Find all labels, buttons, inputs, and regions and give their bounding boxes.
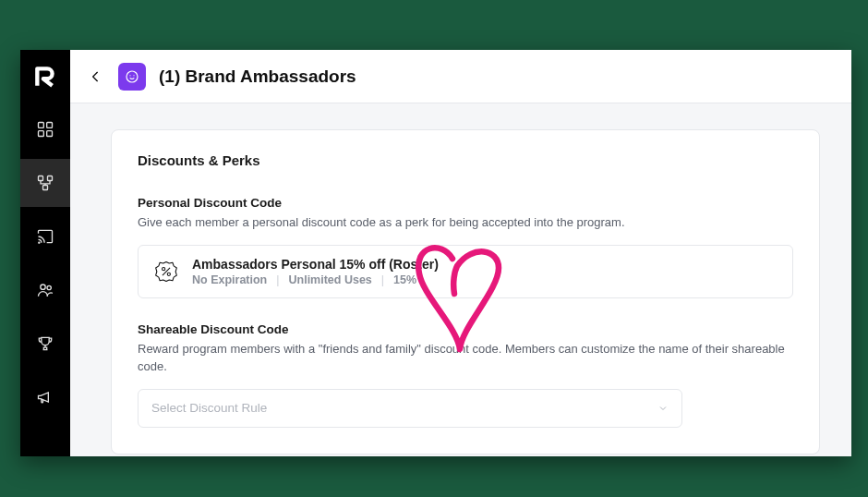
separator: |: [381, 273, 384, 286]
card-title: Discounts & Perks: [138, 152, 793, 168]
sidebar-item-programs[interactable]: [20, 159, 70, 207]
sidebar-item-rewards[interactable]: [20, 320, 70, 368]
svg-rect-4: [39, 176, 43, 181]
svg-rect-5: [48, 176, 53, 181]
content-area: Discounts & Perks Personal Discount Code…: [70, 103, 851, 456]
users-icon: [36, 281, 54, 299]
main-column: (1) Brand Ambassadors Discounts & Perks …: [70, 50, 851, 456]
discount-rule-row[interactable]: Ambassadors Personal 15% off (Roster) No…: [138, 245, 793, 298]
shareable-discount-section: Shareable Discount Code Reward program m…: [138, 322, 793, 428]
sidebar-item-cast[interactable]: [20, 212, 70, 261]
personal-discount-section: Personal Discount Code Give each member …: [138, 196, 793, 298]
app-window: (1) Brand Ambassadors Discounts & Perks …: [20, 50, 851, 456]
app-logo: [31, 63, 59, 91]
trophy-icon: [36, 334, 54, 353]
percent-badge-icon: [153, 259, 179, 285]
chevron-down-icon: [657, 403, 669, 414]
arrow-left-icon: [89, 69, 103, 84]
section-description: Give each member a personal discount cod…: [138, 213, 793, 232]
svg-rect-1: [47, 123, 53, 128]
svg-point-8: [41, 285, 45, 289]
discount-name: Ambassadors Personal 15% off (Roster): [192, 257, 439, 272]
discount-meta: No Expiration | Unlimited Uses | 15%: [192, 273, 439, 286]
sidebar-item-people[interactable]: [20, 266, 70, 314]
section-heading: Shareable Discount Code: [138, 322, 793, 336]
back-button[interactable]: [87, 67, 105, 86]
svg-rect-6: [43, 186, 48, 190]
program-icon: [118, 63, 146, 91]
svg-point-13: [163, 267, 165, 270]
page-header: (1) Brand Ambassadors: [70, 50, 851, 103]
section-description: Reward program members with a "friends a…: [138, 340, 793, 376]
svg-rect-2: [39, 131, 44, 137]
svg-point-7: [39, 242, 40, 243]
section-heading: Personal Discount Code: [138, 196, 793, 210]
sidebar: [20, 50, 70, 456]
svg-point-14: [167, 273, 170, 275]
hierarchy-icon: [36, 174, 54, 192]
cast-icon: [36, 227, 54, 246]
discount-rule-select[interactable]: Select Discount Rule: [138, 389, 682, 428]
svg-point-9: [47, 285, 51, 289]
grid-icon: [36, 120, 54, 139]
separator: |: [276, 273, 279, 286]
discount-text-block: Ambassadors Personal 15% off (Roster) No…: [192, 257, 439, 286]
svg-point-10: [127, 71, 138, 82]
discount-expiration: No Expiration: [192, 273, 267, 286]
select-placeholder: Select Discount Rule: [151, 401, 267, 415]
discount-percent: 15%: [393, 273, 416, 286]
smile-icon: [125, 69, 139, 84]
sidebar-item-announce[interactable]: [20, 373, 70, 421]
svg-line-15: [163, 267, 170, 274]
svg-rect-0: [39, 123, 44, 128]
page-title: (1) Brand Ambassadors: [159, 67, 356, 87]
discounts-card: Discounts & Perks Personal Discount Code…: [111, 129, 820, 455]
svg-rect-3: [47, 131, 53, 137]
sidebar-item-dashboard[interactable]: [20, 105, 70, 153]
megaphone-icon: [36, 388, 54, 406]
discount-uses: Unlimited Uses: [289, 273, 372, 286]
